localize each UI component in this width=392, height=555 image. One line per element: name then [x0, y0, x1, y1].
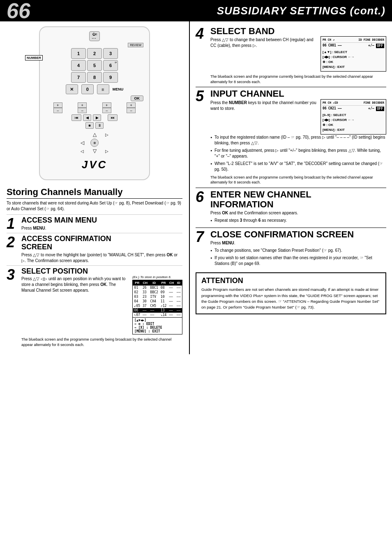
pm-group-3: + – [102, 102, 111, 113]
step-3-content: SELECT POSITION Press △▽ ◁▷ until an ope… [21, 267, 182, 348]
step-4-screen: PRCH↗IDFINEDECODER 06CH01——+/–OFF [▲▼] :… [321, 36, 386, 72]
step-5-text: Press the NUMBER keys to input the chann… [210, 100, 316, 111]
plus2-button[interactable]: + [78, 102, 87, 108]
page-title: SUBSIDIARY SETTINGS (cont.) [217, 5, 385, 17]
num7-button[interactable]: 7 [71, 72, 86, 83]
prev-button[interactable]: ◀ [83, 114, 91, 121]
down-arrow-button[interactable]: ▽ [88, 147, 101, 155]
right-arrow-button[interactable] [101, 139, 113, 147]
step-3-blueback-note: The blueback screen and the programme cu… [21, 337, 182, 347]
step-5-bullet-2: For fine tuning adjustment, press ▷ unti… [210, 148, 386, 159]
pause-button[interactable]: ⏸ [95, 122, 104, 129]
step-2-content: ACCESS CONFIRMATIONSCREEN Press △▽ to mo… [21, 235, 182, 264]
step-2-text: Press △▽ to move the highlight bar (poin… [21, 252, 182, 264]
menu-label: MENU [113, 87, 124, 91]
step-4-block: 4 SELECT BAND Press △▽ to change the ban… [196, 26, 386, 84]
num8-button[interactable]: 8 [87, 72, 102, 83]
step-3-heading: SELECT POSITION [21, 267, 182, 276]
plus3-button[interactable]: + [102, 102, 111, 108]
num3-button[interactable]: 3 [103, 48, 118, 59]
step-7-content: CLOSE CONFIRMATION SCREEN Press MENU. To… [210, 230, 386, 268]
storing-channels-section: Storing Channels Manually To store chann… [7, 187, 182, 348]
step-4-number: 4 [196, 26, 208, 84]
num4-button[interactable]: 4 [71, 60, 86, 71]
num9-button[interactable]: 9 [103, 72, 118, 83]
ch-row-03: 0323ITV10———— [133, 295, 182, 299]
right-column: 4 SELECT BAND Press △▽ to change the ban… [189, 21, 392, 354]
right-lower-button[interactable]: ▷ [101, 147, 113, 155]
plus1-button[interactable]: + [53, 102, 62, 108]
main-content: NUMBER ⏻/I• • • REVIEW 1 2 3 4 5 6☞ 7 [0, 21, 392, 354]
step-4-blueback-note: The blueback screen and the programme cu… [210, 74, 386, 84]
page-number: 66 [7, 0, 30, 21]
num6-button[interactable]: 6☞ [103, 60, 118, 71]
storing-channels-intro: To store channels that were not stored d… [7, 200, 182, 212]
step-2-block: 2 ACCESS CONFIRMATIONSCREEN Press △▽ to … [7, 233, 182, 264]
attention-text: Guide Program numbers are not set when c… [201, 287, 380, 310]
plus4-button[interactable]: + [127, 102, 136, 108]
step-6-block: 6 ENTER NEW CHANNELINFORMATION Press OK … [196, 190, 386, 225]
step-7-heading: CLOSE CONFIRMATION SCREEN [210, 230, 386, 239]
storing-channels-title: Storing Channels Manually [7, 187, 182, 199]
step-2-heading: ACCESS CONFIRMATIONSCREEN [21, 235, 182, 251]
step-7-block: 7 CLOSE CONFIRMATION SCREEN Press MENU. … [196, 230, 386, 268]
step-5-screen: PRCH↗IDFINEDECODER 06CH21——+/–OFF [0–9] … [321, 99, 386, 135]
left-lower-button[interactable]: ◁ [76, 147, 88, 155]
minus1-button[interactable]: – [53, 108, 62, 113]
ok-button[interactable]: OK [131, 95, 144, 101]
step-7-text: Press MENU. [210, 240, 386, 246]
step-3-block: 3 SELECT POSITION Press △▽ ◁▷ until an o… [7, 265, 182, 348]
num1-button[interactable]: 1 [71, 48, 86, 59]
rewind-button[interactable]: ⏮ [71, 114, 81, 121]
step-1-content: ACCESS MAIN MENU Press MENU. [21, 216, 182, 231]
step-7-number: 7 [196, 230, 208, 268]
divider-5 [196, 87, 386, 87]
ch-row-05: ↙0537CH5↗12———— [133, 304, 182, 308]
num2-button[interactable]: 2 [87, 48, 102, 59]
play-button[interactable]: ▶ [93, 114, 101, 121]
ch-row-02: 0233BBC209———— [133, 290, 182, 295]
review-button[interactable]: REVIEW [128, 43, 143, 47]
minus4-button[interactable]: – [127, 108, 136, 113]
step-7-bullet-1: To change positions, see "Change Station… [210, 248, 386, 253]
ff-button[interactable]: ⏭ [108, 114, 118, 121]
ch-row-06-highlight: 06————13———— [133, 308, 182, 313]
step-1-heading: ACCESS MAIN MENU [21, 216, 182, 225]
table-footer: [▲▼◀▶] → ⊕ : EDIT → [X] : DELETE [MENU] … [133, 317, 182, 334]
step-6-bullet-1: Repeat steps 3 through 6 as necessary. [210, 218, 386, 223]
step-6-bullets: Repeat steps 3 through 6 as necessary. [210, 218, 386, 223]
ch-row-07: ↖07————↘14———— [133, 313, 182, 317]
step-5-blueback-note: The blueback screen and the programme cu… [210, 175, 386, 185]
ch-row-01: 0126BBC108———— [133, 286, 182, 290]
remote-control-illustration: NUMBER ⏻/I• • • REVIEW 1 2 3 4 5 6☞ 7 [39, 26, 150, 180]
step-2-number: 2 [7, 235, 19, 264]
step-1-number: 1 [7, 216, 19, 231]
divider-7 [196, 228, 386, 228]
minus3-button[interactable]: – [102, 108, 111, 113]
power-button[interactable]: ⏻/I• • • [89, 31, 100, 41]
page-header: 66 SUBSIDIARY SETTINGS (cont.) [0, 0, 392, 21]
step-4-text: Press △▽ to change the band between CH (… [210, 37, 316, 49]
step-5-number: 5 [196, 89, 208, 185]
up-arrow-button[interactable]: △ [88, 130, 101, 139]
num0-button[interactable]: 0 [81, 84, 94, 94]
step-5-bullet-3: When "L-2 SELECT" is set to "A/V" or "SA… [210, 161, 386, 172]
right-upper-button[interactable]: ▷ [101, 130, 113, 139]
num5-button[interactable]: 5 [87, 60, 102, 71]
center-button[interactable]: ⊕ [90, 139, 99, 147]
x-button[interactable]: ✕ [66, 84, 78, 94]
step-7-bullet-2: If you wish to set station names other t… [210, 255, 386, 267]
left-column: NUMBER ⏻/I• • • REVIEW 1 2 3 4 5 6☞ 7 [0, 21, 189, 354]
step-1-block: 1 ACCESS MAIN MENU Press MENU. [7, 214, 182, 231]
left-arrow-button[interactable]: ◁ [76, 139, 88, 147]
spacer [103, 114, 106, 121]
ch-row-04: 0430CH411———— [133, 299, 182, 304]
step-3-text: Press △▽ ◁▷ until an open position in wh… [21, 276, 129, 334]
step-5-heading: INPUT CHANNEL [210, 89, 386, 99]
step-7-bullets: To change positions, see "Change Station… [210, 248, 386, 267]
iii-button[interactable]: ⫼ [97, 84, 109, 94]
step-6-number: 6 [196, 190, 208, 225]
minus2-button[interactable]: – [78, 108, 87, 113]
stop-button[interactable]: ■ [85, 122, 94, 129]
step-1-text: Press MENU. [21, 225, 182, 231]
